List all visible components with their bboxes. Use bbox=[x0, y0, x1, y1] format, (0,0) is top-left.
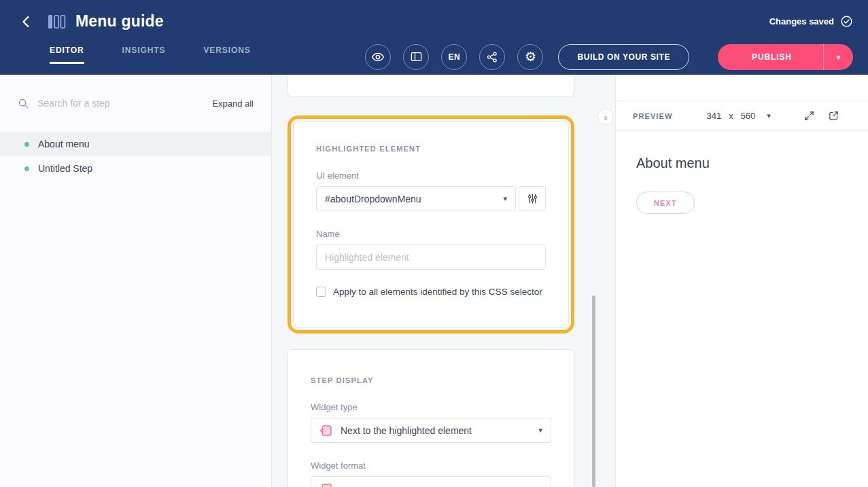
share-icon bbox=[486, 51, 498, 63]
search-icon bbox=[18, 98, 29, 109]
layout-button[interactable] bbox=[403, 44, 429, 70]
app-header: Menu guide Changes saved EDITOR INSIGHTS… bbox=[0, 0, 868, 75]
back-button[interactable] bbox=[16, 12, 37, 32]
step-status-dot bbox=[24, 166, 29, 171]
selection-highlight-ring: HIGHLIGHTED ELEMENT UI element #aboutDro… bbox=[288, 115, 574, 333]
page-body: Expand all About menu Untitled Step bbox=[0, 75, 868, 487]
expand-all-link[interactable]: Expand all bbox=[212, 98, 254, 109]
element-name-input[interactable] bbox=[316, 245, 546, 270]
chevron-down-icon: ▾ bbox=[767, 111, 771, 120]
scrollbar-thumb[interactable] bbox=[592, 295, 595, 487]
preview-eye-button[interactable] bbox=[365, 44, 391, 70]
search-input[interactable] bbox=[37, 98, 212, 109]
apply-to-all-checkbox[interactable] bbox=[316, 287, 326, 297]
ui-element-label: UI element bbox=[316, 170, 546, 181]
widget-format-icon bbox=[319, 484, 332, 487]
language-button[interactable]: EN bbox=[441, 44, 467, 70]
name-label: Name bbox=[316, 229, 546, 239]
widget-type-value: Next to the highlighted element bbox=[341, 425, 472, 436]
app-root: Menu guide Changes saved EDITOR INSIGHTS… bbox=[0, 0, 868, 487]
preview-size-separator: x bbox=[729, 111, 733, 121]
layout-icon bbox=[410, 50, 423, 63]
step-list: About menu Untitled Step bbox=[0, 132, 271, 181]
expand-preview-button[interactable] bbox=[803, 110, 815, 122]
external-link-icon bbox=[828, 110, 839, 122]
apply-to-all-row: Apply to all elements identified by this… bbox=[316, 287, 546, 297]
app-logo-icon bbox=[48, 14, 66, 30]
steps-sidebar: Expand all About menu Untitled Step bbox=[0, 75, 272, 487]
publish-dropdown-button[interactable]: ▾ bbox=[823, 44, 853, 70]
chevron-down-icon: ▾ bbox=[538, 426, 542, 435]
step-search-row: Expand all bbox=[0, 90, 271, 117]
widget-format-select[interactable] bbox=[311, 476, 551, 487]
preview-step-title: About menu bbox=[636, 156, 868, 171]
tab-editor[interactable]: EDITOR bbox=[50, 46, 84, 64]
preview-header: PREVIEW 341 x 560 ▾ bbox=[616, 101, 868, 131]
step-status-dot bbox=[24, 142, 29, 147]
preview-label: PREVIEW bbox=[633, 112, 672, 120]
build-on-your-site-button[interactable]: BUILD ON YOUR SITE bbox=[558, 44, 689, 70]
step-item-label: About menu bbox=[38, 139, 90, 149]
settings-button[interactable]: ⚙ bbox=[517, 44, 543, 70]
expand-icon bbox=[803, 110, 815, 122]
widget-type-select[interactable]: Next to the highlighted element ▾ bbox=[311, 418, 551, 443]
preview-content: About menu NEXT bbox=[616, 131, 868, 214]
open-in-new-tab-button[interactable] bbox=[828, 110, 839, 122]
ui-element-row: #aboutDropdownMenu ▾ bbox=[316, 186, 546, 211]
step-item-label: Untitled Step bbox=[38, 163, 92, 174]
step-display-card: STEP DISPLAY Widget type Next to the hig… bbox=[288, 349, 574, 487]
gear-icon: ⚙ bbox=[525, 50, 536, 63]
header-toolbar-row: EDITOR INSIGHTS VERSIONS EN ⚙ BUILD ON bbox=[0, 39, 868, 75]
preview-height-value: 560 bbox=[741, 111, 756, 121]
next-button[interactable]: NEXT bbox=[636, 192, 695, 214]
tab-insights[interactable]: INSIGHTS bbox=[122, 46, 166, 64]
preview-panel: PREVIEW 341 x 560 ▾ About menu bbox=[615, 75, 868, 487]
widget-tooltip-icon bbox=[319, 425, 332, 436]
publish-split-button: PUBLISH ▾ bbox=[718, 44, 853, 70]
apply-to-all-label: Apply to all elements identified by this… bbox=[333, 287, 542, 297]
section-title: HIGHLIGHTED ELEMENT bbox=[316, 145, 546, 153]
save-status-text: Changes saved bbox=[769, 16, 834, 26]
eye-icon bbox=[371, 50, 385, 64]
collapse-preview-button[interactable]: › bbox=[597, 109, 614, 125]
chevron-down-icon: ▾ bbox=[836, 52, 840, 62]
highlighted-element-card: HIGHLIGHTED ELEMENT UI element #aboutDro… bbox=[293, 121, 569, 328]
selector-settings-button[interactable] bbox=[519, 186, 546, 211]
step-item-about-menu[interactable]: About menu bbox=[0, 132, 271, 156]
save-status: Changes saved bbox=[769, 15, 853, 28]
header-tabs: EDITOR INSIGHTS VERSIONS bbox=[50, 39, 251, 75]
ui-element-select[interactable]: #aboutDropdownMenu ▾ bbox=[316, 186, 516, 211]
step-item-untitled-step[interactable]: Untitled Step bbox=[0, 156, 271, 181]
share-button[interactable] bbox=[479, 44, 505, 70]
widget-type-label: Widget type bbox=[311, 402, 551, 412]
preview-width-value: 341 bbox=[706, 111, 721, 121]
step-editor-panel: HIGHLIGHTED ELEMENT UI element #aboutDro… bbox=[272, 75, 615, 487]
preview-header-actions bbox=[803, 110, 839, 122]
check-circle-icon bbox=[840, 15, 853, 28]
tab-versions[interactable]: VERSIONS bbox=[203, 46, 250, 64]
ui-element-value: #aboutDropdownMenu bbox=[325, 194, 421, 204]
header-top-row: Menu guide Changes saved bbox=[0, 0, 868, 39]
tune-icon bbox=[527, 193, 538, 204]
chevron-down-icon: ▾ bbox=[503, 194, 507, 203]
chevron-right-icon: › bbox=[604, 112, 608, 122]
header-actions: EN ⚙ BUILD ON YOUR SITE PUBLISH ▾ bbox=[365, 44, 853, 70]
widget-format-label: Widget format bbox=[311, 461, 551, 471]
section-title: STEP DISPLAY bbox=[311, 376, 551, 384]
page-title: Menu guide bbox=[75, 12, 164, 31]
publish-button[interactable]: PUBLISH bbox=[718, 44, 823, 70]
chevron-left-icon bbox=[19, 14, 34, 29]
preview-size-dropdown[interactable]: 341 x 560 ▾ bbox=[706, 111, 770, 121]
editor-scroll-area: HIGHLIGHTED ELEMENT UI element #aboutDro… bbox=[288, 75, 574, 487]
card-partial-top bbox=[288, 75, 574, 97]
